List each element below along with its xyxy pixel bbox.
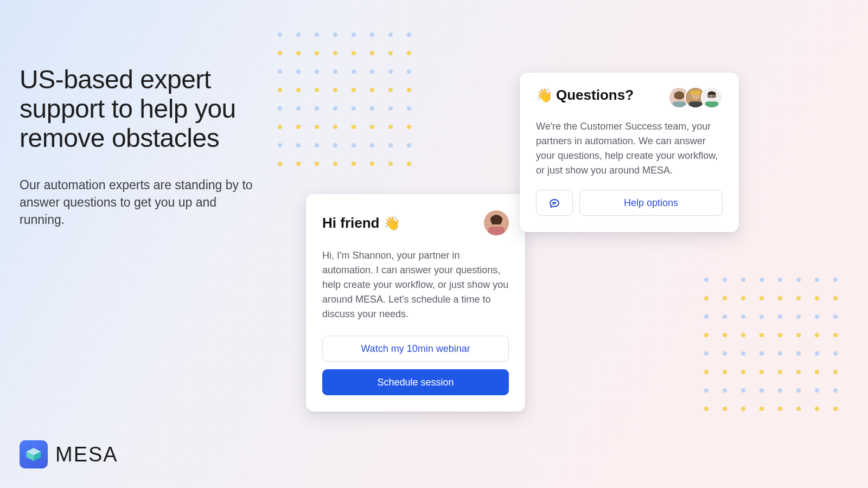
greeting-card: Hi friend 👋 Hi, I'm Shannon, your partne… [306,194,525,412]
brand-logo-mark-icon [20,440,48,468]
greeting-body: Hi, I'm Shannon, your partner in automat… [322,248,509,322]
questions-body: We're the Customer Success team, your pa… [536,119,723,178]
wave-emoji-icon: 👋 [384,215,400,231]
chat-button[interactable] [536,190,573,216]
questions-title: 👋 Questions? [536,87,634,104]
hero-section: US-based expert support to help you remo… [20,65,258,228]
help-options-button[interactable]: Help options [579,190,723,216]
team-avatars [668,87,723,108]
hero-title: US-based expert support to help you remo… [20,65,258,153]
svg-rect-15 [705,101,718,108]
svg-rect-9 [688,101,702,108]
brand-name: MESA [55,443,118,466]
svg-rect-5 [672,101,686,108]
questions-card: 👋 Questions? We're the Customer Success … [520,73,739,232]
svg-rect-2 [488,227,505,235]
team-avatar [701,87,723,108]
greeting-title: Hi friend 👋 [322,215,400,232]
agent-avatar [484,210,509,235]
dot-grid-decoration-top [278,33,411,180]
dot-grid-decoration-right [704,278,838,425]
schedule-session-button[interactable]: Schedule session [322,369,509,395]
wave-emoji-icon: 👋 [536,87,553,103]
hero-subtitle: Our automation experts are standing by t… [20,176,258,229]
brand-logo: MESA [20,440,118,468]
watch-webinar-button[interactable]: Watch my 10min webinar [322,336,509,362]
chat-bubble-icon [548,196,561,209]
svg-rect-8 [691,91,700,94]
